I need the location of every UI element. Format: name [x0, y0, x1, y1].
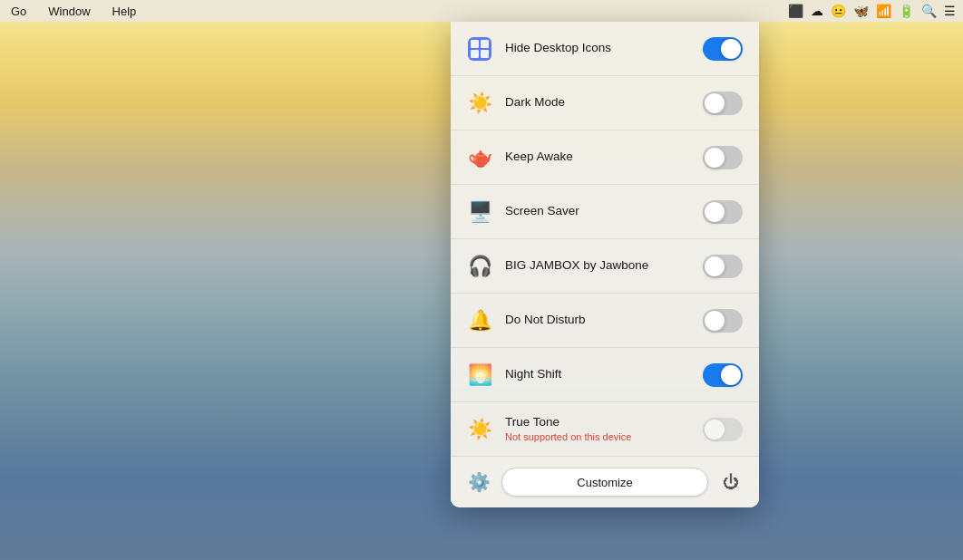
- wifi-icon[interactable]: 📶: [876, 0, 891, 22]
- screen-saver-row: 🖥️ Screen Saver: [451, 185, 759, 239]
- dark-mode-row: ☀️ Dark Mode: [451, 76, 759, 130]
- headphone-icon: 🎧: [467, 254, 492, 279]
- do-not-disturb-label: Do Not Disturb: [505, 313, 690, 327]
- do-not-disturb-toggle[interactable]: [703, 309, 743, 333]
- night-shift-label: Night Shift: [505, 367, 690, 381]
- bell-icon: 🔔: [467, 308, 492, 333]
- keep-awake-label: Keep Awake: [505, 150, 690, 164]
- power-button[interactable]: ⏻: [717, 468, 744, 496]
- sun-icon: ☀️: [467, 91, 492, 116]
- panel-bottom-bar: ⚙️ Customize ⏻: [451, 457, 759, 507]
- screen-saver-label: Screen Saver: [505, 204, 690, 218]
- big-jambox-label: BIG JAMBOX by Jawbone: [505, 258, 690, 273]
- dark-mode-toggle[interactable]: [703, 92, 743, 115]
- true-tone-label: True Tone: [505, 415, 690, 430]
- night-shift-row: 🌅 Night Shift: [451, 348, 759, 402]
- menu-window[interactable]: Window: [44, 5, 93, 18]
- big-jambox-row: 🎧 BIG JAMBOX by Jawbone: [451, 239, 759, 294]
- menubar-left: Go Window Help: [7, 5, 140, 18]
- hide-desktop-icons-row: Hide Desktop Icons: [451, 22, 759, 76]
- true-tone-toggle[interactable]: [703, 418, 743, 441]
- menubar: Go Window Help ⬛ ☁ 😐 🦋 📶 🔋 🔍 ☰: [0, 0, 963, 22]
- cloud-icon[interactable]: ☁: [811, 0, 823, 22]
- nightshift-icon: 🌅: [467, 362, 492, 388]
- do-not-disturb-row: 🔔 Do Not Disturb: [451, 294, 759, 348]
- keep-awake-row: 🫖 Keep Awake: [451, 130, 759, 185]
- hide-desktop-icons-label: Hide Desktop Icons: [505, 41, 690, 55]
- grid-icon: [467, 36, 492, 62]
- true-tone-label-container: True Tone Not supported on this device: [505, 415, 690, 442]
- screen-saver-toggle[interactable]: [703, 200, 743, 224]
- true-tone-sublabel: Not supported on this device: [505, 431, 690, 443]
- hide-desktop-icons-toggle[interactable]: [703, 37, 743, 61]
- true-tone-row: ☀️ True Tone Not supported on this devic…: [451, 402, 759, 457]
- coffee-icon: 🫖: [467, 145, 492, 170]
- face-icon[interactable]: 😐: [831, 0, 846, 22]
- menu-help[interactable]: Help: [109, 5, 141, 18]
- gear-button[interactable]: ⚙️: [465, 468, 492, 496]
- customize-button[interactable]: Customize: [501, 468, 708, 497]
- night-shift-toggle[interactable]: [703, 363, 743, 387]
- battery-icon[interactable]: 🔋: [899, 0, 914, 22]
- big-jambox-toggle[interactable]: [703, 255, 743, 278]
- search-icon[interactable]: 🔍: [921, 0, 937, 22]
- screen-saver-icon: 🖥️: [467, 199, 492, 225]
- quick-settings-panel: Hide Desktop Icons ☀️ Dark Mode 🫖 Keep A…: [451, 22, 759, 507]
- keep-awake-toggle[interactable]: [703, 146, 743, 169]
- dark-mode-label: Dark Mode: [505, 95, 690, 110]
- menu-go[interactable]: Go: [7, 5, 30, 18]
- list-icon[interactable]: ☰: [944, 0, 956, 22]
- truetone-icon: ☀️: [467, 417, 492, 442]
- menubar-right: ⬛ ☁ 😐 🦋 📶 🔋 🔍 ☰: [788, 0, 956, 22]
- screen-menubar-icon[interactable]: ⬛: [788, 0, 803, 22]
- butterfly-icon[interactable]: 🦋: [853, 0, 869, 22]
- customize-label: Customize: [577, 476, 632, 489]
